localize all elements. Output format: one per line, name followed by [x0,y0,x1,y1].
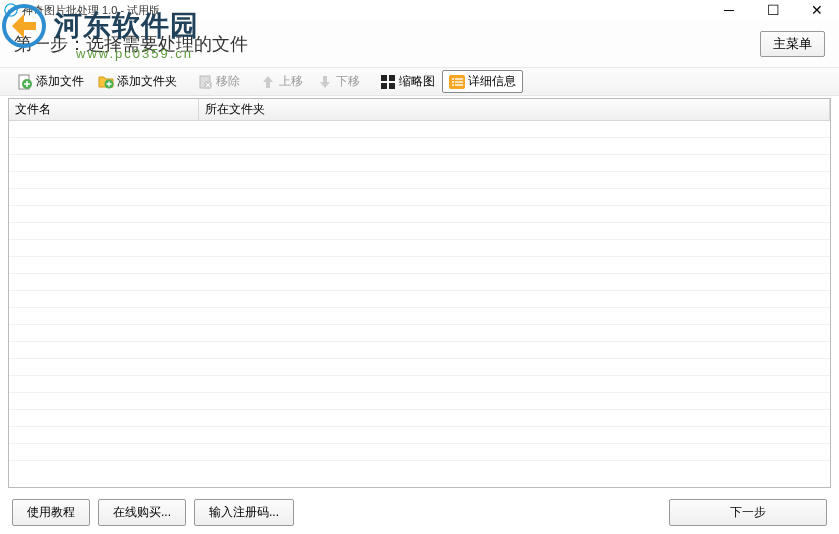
add-folder-button[interactable]: 添加文件夹 [91,70,184,93]
move-down-button[interactable]: 下移 [310,70,367,93]
close-button[interactable]: ✕ [795,0,839,20]
table-row [9,240,830,257]
table-row [9,376,830,393]
table-row [9,359,830,376]
remove-button[interactable]: 移除 [190,70,247,93]
app-icon [4,3,18,17]
table-row [9,155,830,172]
arrow-down-icon [317,74,333,90]
svg-rect-16 [455,81,463,82]
table-row [9,223,830,240]
svg-rect-10 [389,83,395,89]
table-row [9,325,830,342]
thumbnail-icon [380,74,396,90]
list-icon [449,74,465,90]
step-title: 第一步：选择需要处理的文件 [14,32,248,56]
svg-point-14 [452,84,454,86]
table-row [9,138,830,155]
step-header: 第一步：选择需要处理的文件 主菜单 [0,20,839,68]
window-title: 神奇图片批处理 1.0 - 试用版 [22,3,160,18]
add-file-label: 添加文件 [36,73,84,90]
table-row [9,206,830,223]
table-row [9,189,830,206]
next-button[interactable]: 下一步 [669,499,827,526]
maximize-button[interactable]: ☐ [751,0,795,20]
thumbnail-view-button[interactable]: 缩略图 [373,70,442,93]
tutorial-button[interactable]: 使用教程 [12,499,90,526]
table-body[interactable] [9,121,830,487]
titlebar: 神奇图片批处理 1.0 - 试用版 ─ ☐ ✕ [0,0,839,20]
remove-label: 移除 [216,73,240,90]
minimize-button[interactable]: ─ [707,0,751,20]
table-row [9,308,830,325]
add-folder-icon [98,74,114,90]
remove-icon [197,74,213,90]
table-row [9,257,830,274]
table-header: 文件名 所在文件夹 [9,99,830,121]
table-row [9,274,830,291]
main-menu-button[interactable]: 主菜单 [760,31,825,57]
table-row [9,427,830,444]
table-row [9,172,830,189]
buy-online-button[interactable]: 在线购买... [98,499,186,526]
table-row [9,342,830,359]
file-table: 文件名 所在文件夹 [8,98,831,488]
toolbar: 添加文件 添加文件夹 移除 上移 下移 缩略图 详细信息 [0,68,839,96]
table-row [9,393,830,410]
arrow-up-icon [260,74,276,90]
table-row [9,121,830,138]
move-up-label: 上移 [279,73,303,90]
table-row [9,410,830,427]
add-file-icon [17,74,33,90]
enter-code-button[interactable]: 输入注册码... [194,499,294,526]
svg-point-13 [452,81,454,83]
table-row [9,291,830,308]
detail-label: 详细信息 [468,73,516,90]
thumbnail-label: 缩略图 [399,73,435,90]
footer: 使用教程 在线购买... 输入注册码... 下一步 [0,498,839,526]
detail-view-button[interactable]: 详细信息 [442,70,523,93]
svg-rect-15 [455,78,463,79]
column-folder[interactable]: 所在文件夹 [199,99,830,120]
svg-rect-9 [381,83,387,89]
svg-rect-7 [381,75,387,81]
add-file-button[interactable]: 添加文件 [10,70,91,93]
move-down-label: 下移 [336,73,360,90]
svg-point-12 [452,78,454,80]
svg-rect-8 [389,75,395,81]
column-filename[interactable]: 文件名 [9,99,199,120]
table-row [9,444,830,461]
svg-rect-17 [455,84,463,85]
add-folder-label: 添加文件夹 [117,73,177,90]
move-up-button[interactable]: 上移 [253,70,310,93]
